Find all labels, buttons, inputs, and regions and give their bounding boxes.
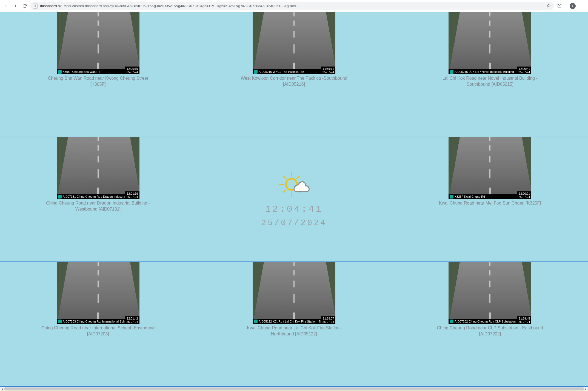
scroll-right-arrow-icon[interactable]: ► bbox=[584, 387, 588, 391]
camera-overlay-text: AID07131 Ching Cheung Rd / Dragon Indust… bbox=[63, 195, 133, 198]
camera-timestamp: 11:59:0725-07-24 bbox=[321, 316, 335, 324]
camera-image[interactable]: AID05122 KC. Rd / Lai Chi Kok Fire Stati… bbox=[253, 262, 335, 324]
camera-overlay-text: AID05122 KC. Rd / Lai Chi Kok Fire Stati… bbox=[259, 320, 323, 323]
browser-toolbar: ⚙ dashboard.hk/csdi-custom-dashboard.php… bbox=[0, 0, 588, 12]
kebab-menu-icon[interactable] bbox=[578, 2, 586, 10]
camera-cell: AID05215 LCK Rd / Novel Industrial Build… bbox=[392, 12, 588, 137]
camera-cell: AID07202 Ching Cheung Rd / CLP Substatio… bbox=[392, 262, 588, 387]
camera-caption: Ching Cheung Road near Dragon Industrial… bbox=[41, 200, 156, 212]
site-settings-icon[interactable]: ⚙ bbox=[33, 4, 38, 8]
camera-caption: Kwai Chung Road near Mei Foo Sun Chuen [… bbox=[439, 200, 541, 206]
td-logo-icon bbox=[58, 70, 62, 74]
address-bar[interactable]: ⚙ dashboard.hk/csdi-custom-dashboard.php… bbox=[30, 2, 554, 10]
camera-caption: Kwai Chung Road near Lai Chi Kok Fire St… bbox=[236, 325, 352, 337]
time-weather-cell: 12:04:41 25/07/2024 bbox=[196, 137, 392, 262]
profile-avatar[interactable]: T bbox=[569, 2, 576, 10]
camera-grid: K305F Cheung Sha Wan Rd 12:00:1925-07-24… bbox=[0, 12, 588, 387]
camera-cell: AID07203 Ching Cheung Rd/ International … bbox=[0, 262, 196, 387]
scroll-left-arrow-icon[interactable]: ◄ bbox=[0, 387, 4, 391]
svg-point-3 bbox=[582, 7, 582, 7]
forward-button[interactable] bbox=[12, 2, 19, 10]
page-content: K305F Cheung Sha Wan Rd 12:00:1925-07-24… bbox=[0, 12, 588, 387]
svg-line-11 bbox=[297, 176, 299, 179]
scrollbar-thumb[interactable] bbox=[4, 387, 584, 390]
clock-time: 12:04:41 bbox=[265, 204, 323, 214]
camera-cell: K305F Cheung Sha Wan Rd 12:00:1925-07-24… bbox=[0, 12, 196, 137]
svg-marker-0 bbox=[547, 4, 550, 7]
camera-image[interactable]: AID07203 Ching Cheung Rd/ International … bbox=[57, 262, 139, 324]
td-logo-icon bbox=[58, 320, 62, 323]
extensions-icon[interactable] bbox=[555, 2, 563, 10]
camera-caption: Ching Cheung Road near International Sch… bbox=[41, 325, 156, 337]
td-logo-icon bbox=[254, 320, 258, 323]
back-button[interactable] bbox=[2, 2, 10, 10]
camera-overlay-text: AID05215 LCK Rd / Novel Industrial Build… bbox=[455, 70, 521, 73]
avatar-initial: T bbox=[570, 3, 576, 9]
camera-caption: West Kowloon Corridor near The Pacifica … bbox=[236, 75, 352, 87]
camera-caption: Ching Cheung Road near CLP Substation - … bbox=[432, 325, 547, 337]
camera-timestamp: 11:59:4525-07-24 bbox=[517, 316, 531, 324]
camera-cell: K325F Kwai Chung Rd 12:00:2125-07-24 Kwa… bbox=[392, 137, 588, 262]
svg-line-10 bbox=[283, 190, 286, 192]
camera-overlay-text: AID05216 WKC / The Pacifica -SB bbox=[259, 70, 304, 73]
td-logo-icon bbox=[254, 70, 258, 74]
camera-timestamp: 12:00:4125-07-24 bbox=[517, 67, 531, 74]
clock-date: 25/07/2024 bbox=[261, 218, 327, 228]
td-logo-icon bbox=[450, 70, 453, 74]
camera-image[interactable]: K325F Kwai Chung Rd 12:00:2125-07-24 bbox=[449, 137, 531, 199]
camera-caption: Cheung Sha Wan Road near Kwong Cheung St… bbox=[41, 75, 156, 87]
camera-overlay-text: AID07203 Ching Cheung Rd/ International … bbox=[63, 320, 135, 323]
camera-timestamp: 12:01:4225-07-24 bbox=[125, 316, 139, 324]
camera-image[interactable]: AID07131 Ching Cheung Rd / Dragon Indust… bbox=[57, 137, 139, 199]
camera-timestamp: 11:59:1125-07-24 bbox=[321, 67, 335, 74]
camera-image[interactable]: K305F Cheung Sha Wan Rd 12:00:1925-07-24 bbox=[57, 12, 139, 74]
td-logo-icon bbox=[450, 195, 453, 199]
camera-overlay-text: K305F Cheung Sha Wan Rd bbox=[63, 70, 100, 73]
camera-timestamp: 12:01:1925-07-24 bbox=[125, 191, 139, 199]
horizontal-scrollbar[interactable]: ◄ ► bbox=[0, 387, 588, 391]
camera-cell: AID07131 Ching Cheung Rd / Dragon Indust… bbox=[0, 137, 196, 262]
camera-overlay-text: AID07202 Ching Cheung Rd / CLP Substatio… bbox=[455, 320, 521, 323]
camera-cell: AID05216 WKC / The Pacifica -SB 11:59:11… bbox=[196, 12, 392, 137]
td-logo-icon bbox=[58, 195, 62, 199]
bookmark-star-icon[interactable] bbox=[547, 3, 551, 8]
camera-image[interactable]: AID07202 Ching Cheung Rd / CLP Substatio… bbox=[449, 262, 531, 324]
td-logo-icon bbox=[450, 320, 453, 323]
camera-caption: Lai Chi Kok Road near Novel Industrial B… bbox=[432, 75, 547, 87]
camera-overlay-text: K325F Kwai Chung Rd bbox=[455, 195, 485, 198]
camera-image[interactable]: AID05216 WKC / The Pacifica -SB 11:59:11… bbox=[253, 12, 335, 74]
camera-image[interactable]: AID05215 LCK Rd / Novel Industrial Build… bbox=[449, 12, 531, 74]
svg-point-2 bbox=[582, 5, 582, 6]
camera-timestamp: 12:00:1925-07-24 bbox=[125, 67, 139, 74]
url-host: dashboard.hk bbox=[40, 4, 62, 8]
url-path: /csdi-custom-dashboard.php?g1=K305F&g2=A… bbox=[64, 4, 299, 8]
svg-line-8 bbox=[283, 176, 286, 179]
svg-point-1 bbox=[582, 4, 582, 5]
weather-sunny-interval-icon bbox=[276, 170, 312, 200]
camera-cell: AID05122 KC. Rd / Lai Chi Kok Fire Stati… bbox=[196, 262, 392, 387]
reload-button[interactable] bbox=[21, 2, 28, 10]
camera-timestamp: 12:00:2125-07-24 bbox=[517, 191, 531, 199]
toolbar-separator bbox=[566, 3, 566, 9]
